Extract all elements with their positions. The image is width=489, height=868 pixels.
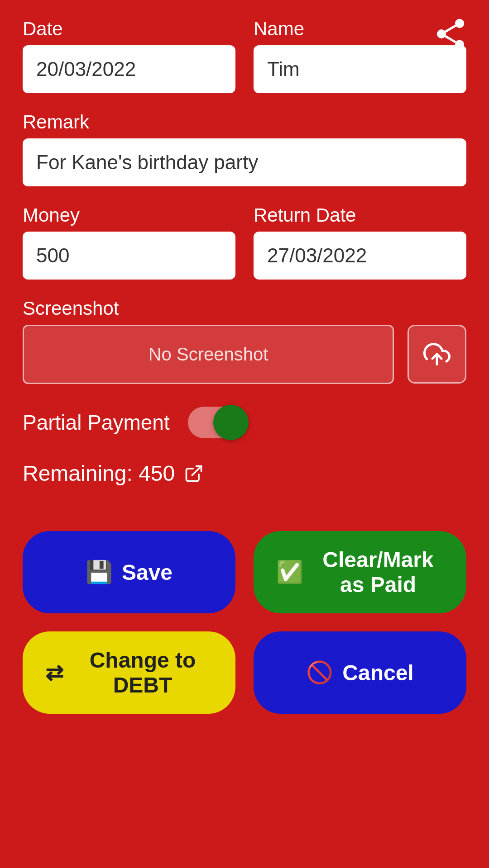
save-button[interactable]: 💾 Save — [23, 531, 235, 613]
cancel-button[interactable]: 🚫 Cancel — [254, 631, 466, 714]
screenshot-display: No Screenshot — [23, 325, 394, 384]
page-container: Date Name Remark Money Return Date Scree… — [0, 0, 489, 868]
buttons-section: 💾 Save ✅ Clear/Mark as Paid ⇄ Change to … — [23, 531, 466, 714]
upload-icon — [423, 341, 451, 368]
return-date-label: Return Date — [254, 204, 466, 226]
date-name-row: Date Name — [23, 18, 466, 93]
change-debt-button-label: Change to DEBT — [72, 648, 213, 697]
save-icon: 💾 — [86, 560, 113, 585]
remark-section: Remark — [23, 111, 466, 186]
money-label: Money — [23, 204, 235, 226]
screenshot-upload-button[interactable] — [408, 325, 466, 384]
date-column: Date — [23, 18, 235, 93]
money-returndate-row: Money Return Date — [23, 204, 466, 280]
cancel-button-label: Cancel — [342, 660, 413, 685]
clear-mark-paid-button[interactable]: ✅ Clear/Mark as Paid — [254, 531, 466, 613]
svg-line-4 — [446, 26, 456, 32]
share-icon — [432, 16, 469, 52]
money-column: Money — [23, 204, 235, 280]
toggle-track — [188, 407, 247, 438]
clear-button-label: Clear/Mark as Paid — [312, 547, 444, 597]
partial-payment-toggle[interactable] — [188, 407, 247, 438]
date-input[interactable] — [23, 45, 235, 93]
partial-payment-row: Partial Payment — [23, 407, 466, 438]
svg-point-0 — [455, 19, 464, 28]
transfer-icon: ⇄ — [45, 660, 63, 685]
toggle-thumb — [213, 405, 249, 440]
svg-point-1 — [437, 29, 446, 38]
svg-point-2 — [455, 40, 464, 49]
remaining-text: Remaining: 450 — [23, 461, 175, 486]
svg-line-6 — [192, 466, 201, 475]
secondary-buttons-row: ⇄ Change to DEBT 🚫 Cancel — [23, 631, 466, 714]
screenshot-placeholder-text: No Screenshot — [149, 344, 268, 365]
check-icon: ✅ — [276, 560, 303, 585]
remark-input[interactable] — [23, 138, 466, 186]
share-button[interactable] — [430, 14, 471, 54]
money-input[interactable] — [23, 232, 235, 280]
return-date-column: Return Date — [254, 204, 466, 280]
remark-label: Remark — [23, 111, 466, 133]
date-label: Date — [23, 18, 235, 40]
cancel-icon: 🚫 — [306, 660, 333, 685]
screenshot-row: No Screenshot — [23, 325, 466, 384]
primary-buttons-row: 💾 Save ✅ Clear/Mark as Paid — [23, 531, 466, 613]
remaining-row: Remaining: 450 — [23, 461, 466, 486]
return-date-input[interactable] — [254, 232, 466, 280]
svg-line-3 — [446, 36, 456, 42]
external-link-icon[interactable] — [184, 464, 204, 484]
save-button-label: Save — [122, 560, 173, 585]
change-to-debt-button[interactable]: ⇄ Change to DEBT — [23, 631, 235, 714]
partial-payment-label: Partial Payment — [23, 410, 170, 435]
screenshot-section: Screenshot No Screenshot — [23, 298, 466, 384]
screenshot-label: Screenshot — [23, 298, 466, 319]
